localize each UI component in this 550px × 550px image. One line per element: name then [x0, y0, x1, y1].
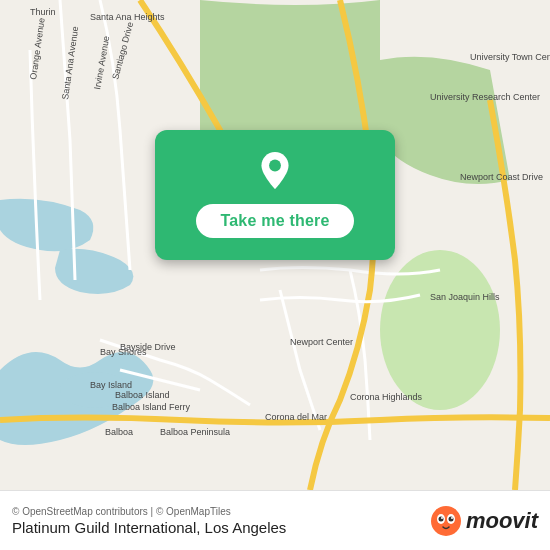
svg-point-28: [448, 516, 453, 521]
attribution-text: © OpenStreetMap contributors | © OpenMap…: [12, 506, 286, 517]
svg-point-23: [269, 160, 281, 172]
svg-text:Balboa Island: Balboa Island: [115, 390, 170, 400]
svg-point-29: [441, 517, 443, 519]
bottom-bar: © OpenStreetMap contributors | © OpenMap…: [0, 490, 550, 550]
svg-text:University Town Center: University Town Center: [470, 52, 550, 62]
svg-text:Balboa: Balboa: [105, 427, 133, 437]
svg-text:Santa Ana Heights: Santa Ana Heights: [90, 12, 165, 22]
svg-point-30: [451, 517, 453, 519]
svg-text:Corona Highlands: Corona Highlands: [350, 392, 423, 402]
svg-text:University Research Center: University Research Center: [430, 92, 540, 102]
svg-text:Balboa Peninsula: Balboa Peninsula: [160, 427, 230, 437]
location-name: Platinum Guild International, Los Angele…: [12, 519, 286, 536]
svg-text:Newport Center: Newport Center: [290, 337, 353, 347]
take-me-there-button[interactable]: Take me there: [196, 204, 353, 238]
svg-text:Newport Coast Drive: Newport Coast Drive: [460, 172, 543, 182]
svg-text:Balboa Island Ferry: Balboa Island Ferry: [112, 402, 191, 412]
moovit-brand-text: moovit: [466, 508, 538, 534]
svg-point-27: [438, 516, 443, 521]
location-card: Take me there: [155, 130, 395, 260]
moovit-logo: moovit: [430, 505, 538, 537]
location-pin-icon: [253, 152, 297, 196]
svg-point-24: [431, 506, 461, 536]
svg-text:Bay Island: Bay Island: [90, 380, 132, 390]
map-container: Santiago Drive Irvine Avenue Santa Ana A…: [0, 0, 550, 490]
moovit-owl-icon: [430, 505, 462, 537]
bottom-left: © OpenStreetMap contributors | © OpenMap…: [12, 506, 286, 536]
svg-text:Bayside Drive: Bayside Drive: [120, 342, 176, 352]
svg-text:Thurin: Thurin: [30, 7, 56, 17]
svg-text:Corona del Mar: Corona del Mar: [265, 412, 327, 422]
svg-text:San Joaquin Hills: San Joaquin Hills: [430, 292, 500, 302]
